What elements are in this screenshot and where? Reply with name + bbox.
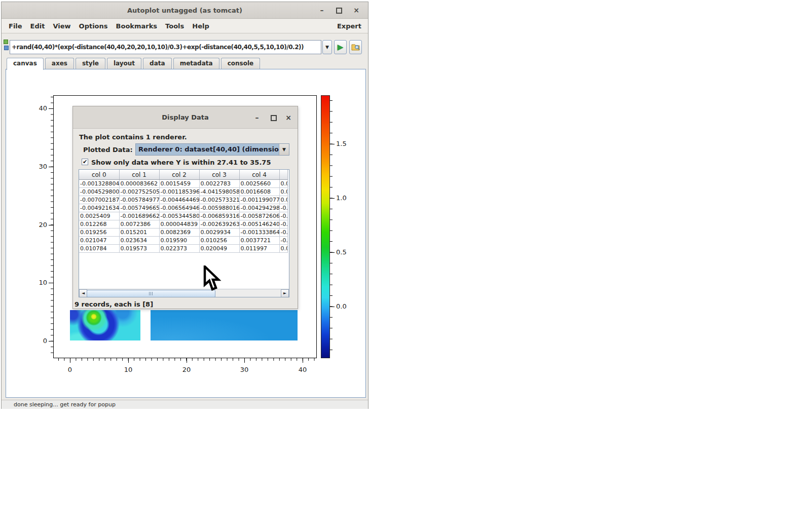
scroll-left-button[interactable]: ◄ [79, 289, 87, 297]
table-header-cell[interactable]: col 0 [79, 170, 119, 180]
close-button[interactable]: × [349, 2, 364, 19]
tab-console[interactable]: console [221, 58, 261, 69]
table-cell[interactable]: -0.001199077... [239, 196, 279, 204]
colorbar-minor-ticks [330, 95, 333, 358]
table-header-cell[interactable]: col 2 [159, 170, 199, 180]
table-cell[interactable]: 0.015201 [119, 229, 159, 237]
table-row: -0.001328804...0.0000836620.00154590.002… [79, 180, 288, 188]
table-cell[interactable]: 0.010256 [199, 237, 239, 245]
table-cell[interactable]: 0.011997 [239, 245, 279, 253]
dialog-title-bar[interactable]: Display Data – × [73, 106, 298, 129]
plotted-data-combobox[interactable]: Renderer 0: dataset[40,40] (dimension...… [135, 143, 289, 156]
table-cell[interactable]: 0.0037721 [239, 237, 279, 245]
table-header-cell[interactable]: col 3 [199, 170, 239, 180]
menu-item-edit[interactable]: Edit [26, 22, 49, 30]
dialog-maximize-button[interactable] [267, 106, 281, 129]
table-cell[interactable]: -0.001185396... [159, 188, 199, 196]
table-cell[interactable]: 0.023634 [119, 237, 159, 245]
inspect-uri-button[interactable] [349, 40, 362, 54]
table-cell[interactable]: -0.0 [279, 229, 288, 237]
title-bar[interactable]: Autoplot untagged (as tomcat) – × [2, 2, 368, 19]
table-cell[interactable]: 0.019590 [159, 237, 199, 245]
table-cell[interactable]: 0.00 [279, 196, 288, 204]
dialog-close-button[interactable]: × [281, 106, 296, 129]
scroll-right-button[interactable]: ► [281, 289, 289, 297]
table-cell[interactable]: -0.0 [279, 212, 288, 220]
table-cell[interactable]: -0.002639263... [199, 220, 239, 229]
table-cell[interactable]: 0.0016608 [239, 188, 279, 196]
table-header-cell[interactable]: col 1 [119, 170, 159, 180]
table-cell[interactable]: -0.005784977... [119, 196, 159, 204]
colorbar[interactable] [321, 95, 330, 358]
tab-metadata[interactable]: metadata [173, 58, 219, 69]
table-header-cell[interactable] [279, 170, 288, 180]
expert-mode-toggle[interactable]: Expert [337, 22, 361, 30]
table-cell[interactable]: 0.020049 [199, 245, 239, 253]
table-cell[interactable]: 0.0072386 [119, 220, 159, 229]
uri-dropdown-button[interactable]: ▼ [322, 40, 332, 54]
table-cell[interactable]: -0.004464469... [159, 196, 199, 204]
table-cell[interactable]: 0.0082369 [159, 229, 199, 237]
table-cell[interactable]: 0.0025660 [239, 180, 279, 188]
table-cell[interactable]: -0.006859316... [199, 212, 239, 220]
maximize-icon [336, 8, 342, 14]
table-cell[interactable]: -0.005872606... [239, 212, 279, 220]
data-table-scrollpane[interactable]: col 0col 1col 2col 3col 4 -0.001328804..… [79, 169, 289, 297]
table-cell[interactable]: -0.002752505... [119, 188, 159, 196]
table-cell[interactable]: -0.005988016... [199, 204, 239, 212]
table-cell[interactable]: 0.00 [279, 180, 288, 188]
table-cell[interactable]: -0.004529800... [79, 188, 119, 196]
tab-canvas[interactable]: canvas [7, 58, 44, 70]
go-button[interactable]: ▶ [334, 40, 347, 54]
tab-layout[interactable]: layout [107, 58, 141, 69]
table-cell[interactable]: -0.0 [279, 220, 288, 229]
horizontal-scrollbar[interactable]: ◄ ► [79, 289, 289, 297]
table-cell[interactable]: 0.019573 [119, 245, 159, 253]
table-header-cell[interactable]: col 4 [239, 170, 279, 180]
table-cell[interactable]: -0.004921634... [79, 204, 119, 212]
table-cell[interactable]: 0.0029934 [199, 229, 239, 237]
datasource-led-blue-icon [4, 46, 9, 50]
table-cell[interactable]: 0.0022783 [199, 180, 239, 188]
table-cell[interactable]: -0.005146240... [239, 220, 279, 229]
tab-data[interactable]: data [143, 58, 172, 69]
table-cell[interactable]: -0.001689662... [119, 212, 159, 220]
table-cell[interactable]: 0.010784 [79, 245, 119, 253]
maximize-button[interactable] [331, 2, 347, 19]
tab-style[interactable]: style [76, 58, 105, 69]
table-cell[interactable]: 0.00 [279, 188, 288, 196]
table-cell[interactable]: -0.005749665... [119, 204, 159, 212]
filter-checkbox[interactable]: ✔ [82, 159, 88, 165]
table-cell[interactable]: -0.001328804... [79, 180, 119, 188]
table-cell[interactable]: 0.000044839 [159, 220, 199, 229]
table-cell[interactable]: -0.002573321... [199, 196, 239, 204]
table-cell[interactable]: 0.000083662 [119, 180, 159, 188]
table-cell[interactable]: -0.007002187... [79, 196, 119, 204]
menu-item-file[interactable]: File [5, 22, 26, 30]
uri-input[interactable]: +rand(40,40)*(exp(-distance(40,40,20,20,… [10, 40, 321, 54]
table-cell[interactable]: 0.021047 [79, 237, 119, 245]
table-cell[interactable]: 0.0025409 [79, 212, 119, 220]
table-cell[interactable]: -0.006564946... [159, 204, 199, 212]
scrollbar-thumb[interactable] [87, 290, 215, 297]
table-cell[interactable]: 0.012268 [79, 220, 119, 229]
menu-item-view[interactable]: View [49, 22, 75, 30]
dialog-minimize-button[interactable]: – [250, 106, 264, 129]
table-cell[interactable]: -0.0 [279, 237, 288, 245]
menu-item-bookmarks[interactable]: Bookmarks [112, 22, 162, 30]
table-cell[interactable]: 0.00 [279, 245, 288, 253]
table-cell[interactable]: 0.0015459 [159, 180, 199, 188]
menu-item-options[interactable]: Options [75, 22, 112, 30]
table-cell[interactable]: -0.001333864... [239, 229, 279, 237]
menu-item-tools[interactable]: Tools [161, 22, 188, 30]
tab-axes[interactable]: axes [45, 58, 74, 69]
table-cell[interactable]: 0.022373 [159, 245, 199, 253]
table-cell[interactable]: -4.041598058... [199, 188, 239, 196]
table-cell[interactable]: -0.005344580... [159, 212, 199, 220]
menu-item-help[interactable]: Help [188, 22, 213, 30]
table-cell[interactable]: -0.004294298... [239, 204, 279, 212]
minimize-button[interactable]: – [314, 2, 329, 19]
table-cell[interactable]: -0.0 [279, 204, 288, 212]
table-cell[interactable]: 0.019256 [79, 229, 119, 237]
chevron-down-icon[interactable]: ▼ [279, 144, 289, 155]
